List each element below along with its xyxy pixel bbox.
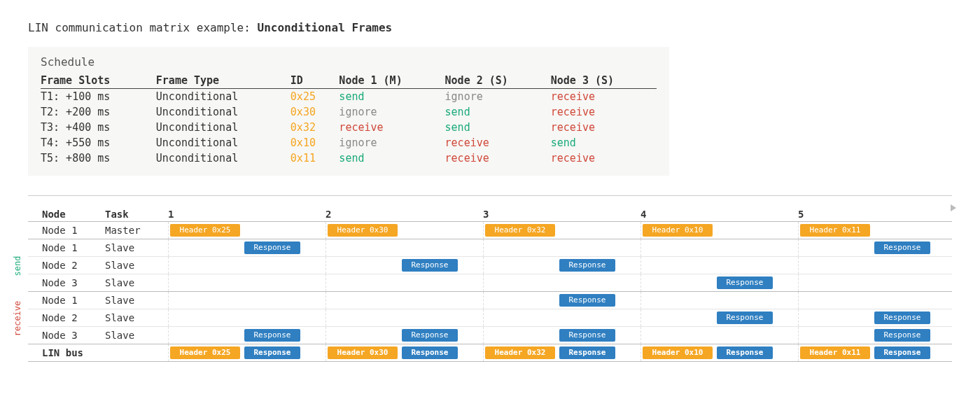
slot-col-4: 4 (640, 209, 798, 220)
schedule-cell-n2: send (445, 120, 551, 135)
schedule-cell-slot: T1: +100 ms (41, 89, 156, 105)
tl-row-recv: Node 1SlaveResponse (28, 292, 952, 309)
bus-header: Header 0x11 (800, 346, 870, 359)
slot-col-2: 2 (326, 209, 483, 220)
schedule-cell-n1: ignore (339, 135, 444, 150)
receive-group: receive Node 1SlaveResponseNode 2SlaveRe… (28, 292, 952, 344)
row-node: Node 1 (42, 242, 105, 253)
bus-response: Response (874, 346, 930, 359)
row-task: Master (105, 225, 168, 236)
response-pill: Response (244, 241, 300, 254)
row-node: Node 1 (42, 295, 105, 306)
schedule-col-header: Frame Slots (41, 73, 156, 89)
schedule-row: T4: +550 msUnconditional0x10ignorereceiv… (41, 135, 657, 150)
timeline-arrow-icon (951, 204, 956, 211)
response-pill: Response (402, 259, 458, 272)
schedule-cell-n2: send (445, 104, 551, 120)
schedule-cell-type: Unconditional (156, 135, 290, 150)
bus-response: Response (402, 346, 458, 359)
response-pill: Response (874, 329, 930, 342)
schedule-col-header: Node 2 (S) (445, 73, 551, 89)
response-pill: Response (717, 276, 773, 289)
response-pill: Response (874, 312, 930, 324)
schedule-cell-n1: send (339, 150, 444, 166)
schedule-cell-n3: receive (551, 104, 657, 120)
schedule-cell-id: 0x30 (290, 104, 340, 120)
schedule-cell-type: Unconditional (156, 104, 290, 120)
schedule-cell-n2: receive (445, 135, 551, 150)
timeline-header-row: Node Task 1 2 3 4 5 (28, 209, 952, 222)
schedule-cell-n2: receive (445, 150, 551, 166)
schedule-row: T2: +200 msUnconditional0x30ignoresendre… (41, 104, 657, 120)
schedule-label: Schedule (41, 55, 657, 69)
send-group-label: send (13, 255, 22, 276)
tl-row-send: Node 2SlaveResponseResponse (28, 257, 952, 274)
schedule-row: T3: +400 msUnconditional0x32receivesendr… (41, 120, 657, 135)
slot-col-1: 1 (168, 209, 326, 220)
response-pill: Response (402, 329, 458, 342)
schedule-cell-id: 0x32 (290, 120, 340, 135)
bus-response: Response (559, 346, 615, 359)
row-node: Node 2 (42, 312, 105, 323)
page-title: LIN communication matrix example: Uncond… (28, 21, 952, 34)
bus-response: Response (717, 346, 773, 359)
response-pill: Response (244, 329, 300, 342)
schedule-cell-id: 0x25 (290, 89, 340, 105)
schedule-cell-type: Unconditional (156, 120, 290, 135)
slot-col-3: 3 (483, 209, 640, 220)
schedule-cell-slot: T3: +400 ms (41, 120, 156, 135)
schedule-cell-n1: ignore (339, 104, 444, 120)
schedule-cell-id: 0x11 (290, 150, 340, 166)
tl-row-send: Node 1SlaveResponseResponse (28, 239, 952, 257)
row-node: Node 2 (42, 260, 105, 271)
schedule-col-header: Node 1 (M) (339, 73, 444, 89)
schedule-cell-slot: T5: +800 ms (41, 150, 156, 166)
tl-row-send: Node 3SlaveResponse (28, 274, 952, 292)
bus-header: Header 0x25 (170, 346, 240, 359)
schedule-cell-type: Unconditional (156, 150, 290, 166)
response-pill: Response (874, 241, 930, 254)
frame-header: Header 0x11 (800, 224, 870, 237)
row-task: Slave (105, 242, 168, 253)
tl-row-master: Node 1 Master Header 0x25 Header 0x30 He… (28, 222, 952, 239)
bus-response: Response (244, 346, 300, 359)
tl-row-recv: Node 3SlaveResponseResponseResponseRespo… (28, 327, 952, 344)
col-node: Node (42, 209, 105, 220)
row-task: Slave (105, 260, 168, 271)
col-task: Task (105, 209, 168, 220)
schedule-row: T1: +100 msUnconditional0x25sendignorere… (41, 89, 657, 105)
response-pill: Response (559, 294, 615, 307)
schedule-col-header: ID (290, 73, 340, 89)
row-task: Slave (105, 295, 168, 306)
frame-header: Header 0x25 (170, 224, 240, 237)
bus-header: Header 0x30 (328, 346, 398, 359)
schedule-cell-n2: ignore (445, 89, 551, 105)
bus-header: Header 0x32 (485, 346, 555, 359)
divider (28, 195, 952, 196)
frame-header: Header 0x10 (643, 224, 713, 237)
bus-label: LIN bus (42, 347, 105, 358)
schedule-cell-n3: receive (551, 150, 657, 166)
row-node: Node 3 (42, 330, 105, 341)
response-pill: Response (559, 259, 615, 272)
row-task: Slave (105, 330, 168, 341)
timeline-diagram: Node Task 1 2 3 4 5 Node 1 Master Header… (28, 209, 952, 362)
row-task: Slave (105, 312, 168, 323)
row-node: Node 1 (42, 225, 105, 236)
bus-header: Header 0x10 (643, 346, 713, 359)
title-prefix: LIN communication matrix example: (28, 21, 251, 34)
recv-group-label: receive (13, 300, 22, 336)
schedule-col-header: Frame Type (156, 73, 290, 89)
schedule-col-header: Node 3 (S) (551, 73, 657, 89)
tl-row-bus: LIN bus Header 0x25Response Header 0x30R… (28, 344, 952, 362)
tl-row-recv: Node 2SlaveResponseResponse (28, 309, 952, 327)
schedule-box: Schedule Frame SlotsFrame TypeIDNode 1 (… (28, 47, 669, 176)
schedule-table: Frame SlotsFrame TypeIDNode 1 (M)Node 2 … (41, 73, 657, 166)
frame-header: Header 0x30 (328, 224, 398, 237)
schedule-cell-slot: T4: +550 ms (41, 135, 156, 150)
schedule-cell-id: 0x10 (290, 135, 340, 150)
title-emph: Unconditional Frames (258, 21, 393, 34)
response-pill: Response (717, 312, 773, 324)
send-group: send Node 1SlaveResponseResponseNode 2Sl… (28, 239, 952, 292)
schedule-cell-n3: send (551, 135, 657, 150)
